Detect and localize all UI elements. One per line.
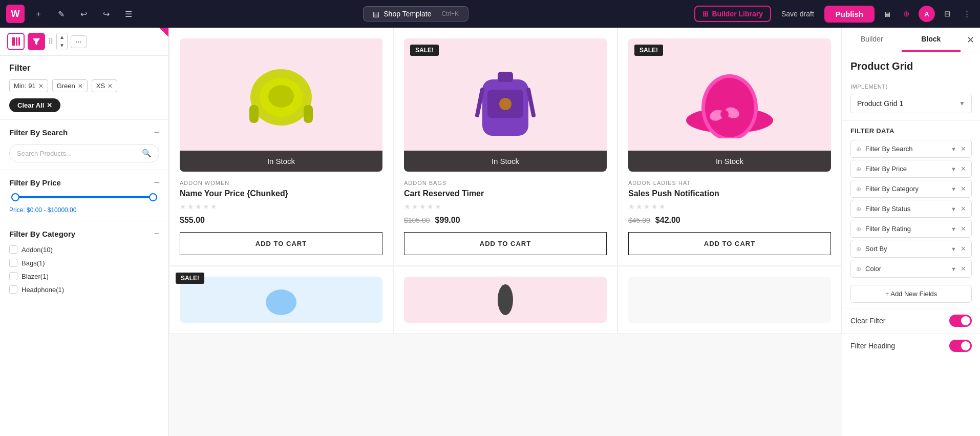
- expand-status-icon[interactable]: ▼: [951, 206, 956, 212]
- edit-button[interactable]: ✎: [52, 5, 70, 23]
- template-name-button[interactable]: ▤ Shop Template Ctrl+K: [363, 6, 468, 22]
- price-label: Price: $0.00 - $10000.00: [9, 206, 159, 214]
- add-to-cart-button-3[interactable]: ADD TO CART: [628, 232, 831, 255]
- product-name-3: Sales Push Notification: [628, 189, 831, 198]
- drag-icon-category[interactable]: ⊕: [856, 185, 861, 193]
- drag-icon-color[interactable]: ⊕: [856, 265, 861, 273]
- woo-icon[interactable]: ⊕: [899, 7, 913, 21]
- close-panel-button[interactable]: ✕: [961, 30, 980, 50]
- arrow-down-button[interactable]: ▼: [57, 41, 67, 50]
- layout-icon[interactable]: ⊟: [940, 7, 954, 21]
- topbar: W ＋ ✎ ↩ ↪ ☰ ▤ Shop Template Ctrl+K ⊞ Bui…: [0, 0, 980, 28]
- sale-badge-3: SALE!: [634, 45, 663, 56]
- collapse-search-icon[interactable]: −: [154, 127, 159, 138]
- expand-sortby-icon[interactable]: ▼: [951, 246, 956, 252]
- add-to-cart-button-1[interactable]: ADD TO CART: [180, 232, 382, 255]
- remove-search-filter-button[interactable]: ✕: [961, 145, 966, 153]
- builder-library-button[interactable]: ⊞ Builder Library: [694, 6, 771, 22]
- category-item-bags[interactable]: Bags(1): [9, 259, 159, 267]
- svg-rect-0: [12, 37, 15, 46]
- checkbox-bags[interactable]: [9, 259, 17, 267]
- price-slider-fill: [11, 196, 157, 198]
- filter-row-color: ⊕ Color ▼ ✕: [850, 260, 972, 278]
- drag-icon-rating[interactable]: ⊕: [856, 225, 861, 233]
- drag-icon-price[interactable]: ⊕: [856, 165, 861, 173]
- save-draft-button[interactable]: Save draft: [776, 7, 819, 21]
- product-name-2: Cart Reserved Timer: [404, 189, 607, 198]
- remove-xs-button[interactable]: ✕: [108, 82, 113, 90]
- filter-toolbar: ⠿ ▲ ▼ ⋯: [0, 28, 168, 56]
- tab-builder[interactable]: Builder: [842, 28, 902, 52]
- topbar-center: ▤ Shop Template Ctrl+K: [142, 6, 689, 22]
- tab-block[interactable]: Block: [902, 28, 961, 52]
- filter-row-rating: ⊕ Filter By Rating ▼ ✕: [850, 220, 972, 238]
- redo-button[interactable]: ↪: [97, 5, 115, 23]
- arrow-up-button[interactable]: ▲: [57, 33, 67, 41]
- desktop-icon[interactable]: 🖥: [880, 7, 894, 21]
- search-icon[interactable]: 🔍: [142, 149, 152, 158]
- category-item-blazer[interactable]: Blazer(1): [9, 272, 159, 280]
- toggle-knob-clear: [961, 316, 970, 325]
- filter-row-price-label: Filter By Price: [865, 165, 947, 173]
- expand-category-icon[interactable]: ▼: [951, 186, 956, 192]
- checkbox-addon[interactable]: [9, 245, 17, 254]
- drag-icon-status[interactable]: ⊕: [856, 205, 861, 213]
- checkbox-headphone[interactable]: [9, 285, 17, 294]
- price-slider-track[interactable]: [11, 196, 157, 198]
- publish-button[interactable]: Publish: [824, 6, 875, 23]
- implement-select[interactable]: Product Grid 1 ▼: [850, 94, 972, 113]
- product-rating-3: ★ ★ ★ ★ ★: [628, 202, 831, 211]
- clear-filter-toggle[interactable]: [949, 315, 972, 327]
- menu-button[interactable]: ☰: [120, 5, 137, 23]
- remove-green-button[interactable]: ✕: [78, 82, 83, 90]
- search-box[interactable]: 🔍: [9, 144, 159, 162]
- filter-toggle-button[interactable]: [28, 33, 45, 50]
- undo-button[interactable]: ↩: [75, 5, 92, 23]
- backpack-svg: [470, 64, 541, 146]
- category-item-headphone[interactable]: Headphone(1): [9, 285, 159, 294]
- drag-icon-search[interactable]: ⊕: [856, 146, 861, 153]
- drag-icon-sortby[interactable]: ⊕: [856, 245, 861, 253]
- implement-value: Product Grid 1: [857, 99, 903, 108]
- remove-rating-filter-button[interactable]: ✕: [961, 225, 966, 233]
- expand-rating-icon[interactable]: ▼: [951, 226, 956, 232]
- price-slider-thumb-left[interactable]: [11, 193, 19, 201]
- remove-category-filter-button[interactable]: ✕: [961, 185, 966, 193]
- checkbox-blazer[interactable]: [9, 272, 17, 280]
- add-to-cart-button-2[interactable]: ADD TO CART: [404, 232, 607, 255]
- active-filters-section: Filter Min: 91 ✕ Green ✕ XS ✕ Clear All …: [0, 56, 168, 119]
- add-button[interactable]: ＋: [30, 5, 47, 23]
- bottom-image-1: [180, 277, 382, 323]
- clear-all-button[interactable]: Clear All ✕: [9, 98, 60, 112]
- order-arrows[interactable]: ▲ ▼: [56, 33, 68, 50]
- add-new-fields-button[interactable]: + Add New Fields: [850, 285, 972, 303]
- price-slider-thumb-right[interactable]: [149, 193, 157, 201]
- filter-row-category: ⊕ Filter By Category ▼ ✕: [850, 180, 972, 198]
- price-range[interactable]: Price: $0.00 - $10000.00: [9, 196, 159, 214]
- avatar[interactable]: A: [919, 6, 935, 22]
- filter-heading-toggle[interactable]: [949, 340, 972, 352]
- bottom-card-2: [393, 266, 617, 334]
- collapse-price-icon[interactable]: −: [154, 177, 159, 188]
- more-options-icon[interactable]: ⋮: [960, 7, 974, 21]
- remove-sortby-filter-button[interactable]: ✕: [961, 245, 966, 253]
- expand-search-icon[interactable]: ▼: [951, 146, 956, 152]
- filter-category-section: Filter By Category − Addon(10) Bags(1) B…: [0, 221, 168, 301]
- filter-tag-xs: XS ✕: [92, 79, 117, 92]
- expand-color-icon[interactable]: ▼: [951, 266, 956, 272]
- grid-view-button[interactable]: [7, 33, 25, 50]
- category-item-addon[interactable]: Addon(10): [9, 245, 159, 254]
- corner-triangle-decoration: [159, 28, 168, 37]
- remove-status-filter-button[interactable]: ✕: [961, 205, 966, 213]
- svg-rect-12: [498, 72, 513, 82]
- remove-price-filter-button[interactable]: ✕: [961, 165, 966, 173]
- more-options-button[interactable]: ⋯: [71, 35, 87, 48]
- template-name-label: Shop Template: [384, 10, 431, 18]
- remove-color-filter-button[interactable]: ✕: [961, 265, 966, 273]
- search-input[interactable]: [17, 150, 138, 157]
- remove-min91-button[interactable]: ✕: [38, 82, 44, 90]
- filter-row-category-label: Filter By Category: [865, 185, 947, 193]
- panel-tabs: Builder Block: [842, 28, 961, 52]
- expand-price-icon[interactable]: ▼: [951, 166, 956, 172]
- collapse-category-icon[interactable]: −: [154, 229, 159, 239]
